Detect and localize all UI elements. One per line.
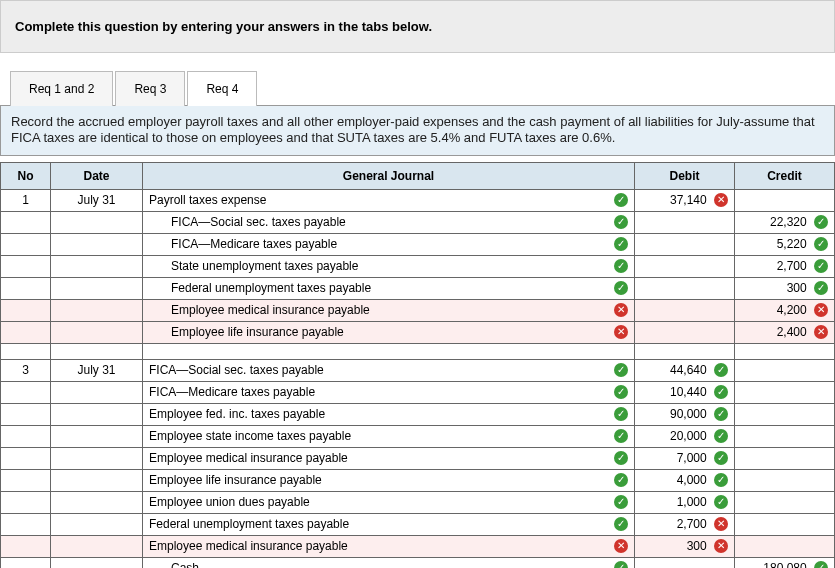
cell-no: 1 xyxy=(1,189,51,211)
cell-account[interactable]: Employee fed. inc. taxes payable✓ xyxy=(143,403,635,425)
cell-account[interactable]: Employee union dues payable✓ xyxy=(143,491,635,513)
header-debit: Debit xyxy=(635,162,735,189)
cell-debit[interactable]: 4,000 ✓ xyxy=(635,469,735,491)
cell-credit[interactable]: 300 ✓ xyxy=(735,277,835,299)
cell-debit[interactable]: 10,440 ✓ xyxy=(635,381,735,403)
check-icon: ✓ xyxy=(614,215,628,229)
cell-no xyxy=(1,469,51,491)
cell-debit[interactable]: 37,140 ✕ xyxy=(635,189,735,211)
cell-account[interactable]: Employee medical insurance payable✕ xyxy=(143,535,635,557)
check-icon: ✓ xyxy=(814,561,828,568)
cell-debit[interactable]: 20,000 ✓ xyxy=(635,425,735,447)
cell-date xyxy=(51,381,143,403)
cell-account[interactable]: Employee life insurance payable✕ xyxy=(143,321,635,343)
account-name: FICA—Social sec. taxes payable xyxy=(149,363,324,377)
cross-icon: ✕ xyxy=(614,325,628,339)
cell-credit[interactable] xyxy=(735,491,835,513)
tab-req-3[interactable]: Req 3 xyxy=(115,71,185,106)
cell-no xyxy=(1,425,51,447)
cell-no xyxy=(1,233,51,255)
cell-no xyxy=(1,255,51,277)
cell-debit[interactable]: 7,000 ✓ xyxy=(635,447,735,469)
cell-date xyxy=(51,513,143,535)
cell-credit[interactable] xyxy=(735,381,835,403)
cell-no xyxy=(1,299,51,321)
cell-debit[interactable] xyxy=(635,277,735,299)
cell-no xyxy=(1,447,51,469)
cell-credit[interactable] xyxy=(735,189,835,211)
cell-account[interactable]: Employee medical insurance payable✕ xyxy=(143,299,635,321)
cell-credit[interactable]: 5,220 ✓ xyxy=(735,233,835,255)
check-icon: ✓ xyxy=(614,495,628,509)
check-icon: ✓ xyxy=(614,363,628,377)
check-icon: ✓ xyxy=(614,193,628,207)
table-row: 3July 31FICA—Social sec. taxes payable✓4… xyxy=(1,359,835,381)
table-row: Employee medical insurance payable✓7,000… xyxy=(1,447,835,469)
header-general-journal: General Journal xyxy=(143,162,635,189)
tabs: Req 1 and 2 Req 3 Req 4 xyxy=(0,71,835,106)
cell-account[interactable]: FICA—Social sec. taxes payable✓ xyxy=(143,359,635,381)
table-row: Federal unemployment taxes payable✓2,700… xyxy=(1,513,835,535)
cell-account[interactable]: FICA—Social sec. taxes payable✓ xyxy=(143,211,635,233)
cell-date xyxy=(51,321,143,343)
cell-no: 3 xyxy=(1,359,51,381)
table-row: FICA—Medicare taxes payable✓10,440 ✓ xyxy=(1,381,835,403)
cell-account[interactable]: Payroll taxes expense✓ xyxy=(143,189,635,211)
cell-debit[interactable] xyxy=(635,233,735,255)
check-icon: ✓ xyxy=(614,237,628,251)
cell-debit[interactable] xyxy=(635,321,735,343)
instructions-box: Complete this question by entering your … xyxy=(0,0,835,53)
cell-account[interactable]: FICA—Medicare taxes payable✓ xyxy=(143,381,635,403)
check-icon: ✓ xyxy=(814,259,828,273)
cell-credit[interactable]: 2,700 ✓ xyxy=(735,255,835,277)
cell-account[interactable]: Employee state income taxes payable✓ xyxy=(143,425,635,447)
table-row: Cash✓180,080 ✓ xyxy=(1,557,835,568)
cell-credit[interactable]: 4,200 ✕ xyxy=(735,299,835,321)
cross-icon: ✕ xyxy=(714,539,728,553)
tab-req-4[interactable]: Req 4 xyxy=(187,71,257,106)
cell-date xyxy=(51,469,143,491)
cell-debit[interactable]: 44,640 ✓ xyxy=(635,359,735,381)
cell-date: July 31 xyxy=(51,359,143,381)
cell-credit[interactable] xyxy=(735,513,835,535)
cell-credit[interactable] xyxy=(735,535,835,557)
cell-account[interactable]: FICA—Medicare taxes payable✓ xyxy=(143,233,635,255)
check-icon: ✓ xyxy=(614,407,628,421)
tab-req-1-2[interactable]: Req 1 and 2 xyxy=(10,71,113,106)
cell-debit[interactable]: 1,000 ✓ xyxy=(635,491,735,513)
cell-credit[interactable]: 2,400 ✕ xyxy=(735,321,835,343)
table-row: Employee fed. inc. taxes payable✓90,000 … xyxy=(1,403,835,425)
cell-account[interactable]: Cash✓ xyxy=(143,557,635,568)
cell-credit[interactable] xyxy=(735,359,835,381)
cell-account[interactable]: State unemployment taxes payable✓ xyxy=(143,255,635,277)
cell-credit[interactable] xyxy=(735,425,835,447)
check-icon: ✓ xyxy=(614,385,628,399)
cell-account[interactable]: Federal unemployment taxes payable✓ xyxy=(143,513,635,535)
table-row: Federal unemployment taxes payable✓300 ✓ xyxy=(1,277,835,299)
table-row: Employee life insurance payable✕2,400 ✕ xyxy=(1,321,835,343)
cell-credit[interactable] xyxy=(735,469,835,491)
cell-credit[interactable]: 22,320 ✓ xyxy=(735,211,835,233)
cell-credit[interactable]: 180,080 ✓ xyxy=(735,557,835,568)
cell-debit[interactable]: 90,000 ✓ xyxy=(635,403,735,425)
cell-account[interactable]: Employee medical insurance payable✓ xyxy=(143,447,635,469)
account-name: Employee life insurance payable xyxy=(149,473,322,487)
header-date: Date xyxy=(51,162,143,189)
cell-credit[interactable] xyxy=(735,447,835,469)
cell-debit[interactable] xyxy=(635,557,735,568)
check-icon: ✓ xyxy=(614,429,628,443)
cell-date xyxy=(51,299,143,321)
account-name: Federal unemployment taxes payable xyxy=(149,281,371,295)
cell-debit[interactable] xyxy=(635,255,735,277)
cell-debit[interactable]: 300 ✕ xyxy=(635,535,735,557)
table-row: Employee medical insurance payable✕300 ✕ xyxy=(1,535,835,557)
cell-date xyxy=(51,233,143,255)
check-icon: ✓ xyxy=(714,473,728,487)
cell-debit[interactable]: 2,700 ✕ xyxy=(635,513,735,535)
cell-debit[interactable] xyxy=(635,211,735,233)
cell-credit[interactable] xyxy=(735,403,835,425)
cell-account[interactable]: Federal unemployment taxes payable✓ xyxy=(143,277,635,299)
cross-icon: ✕ xyxy=(714,517,728,531)
cell-account[interactable]: Employee life insurance payable✓ xyxy=(143,469,635,491)
cell-debit[interactable] xyxy=(635,299,735,321)
